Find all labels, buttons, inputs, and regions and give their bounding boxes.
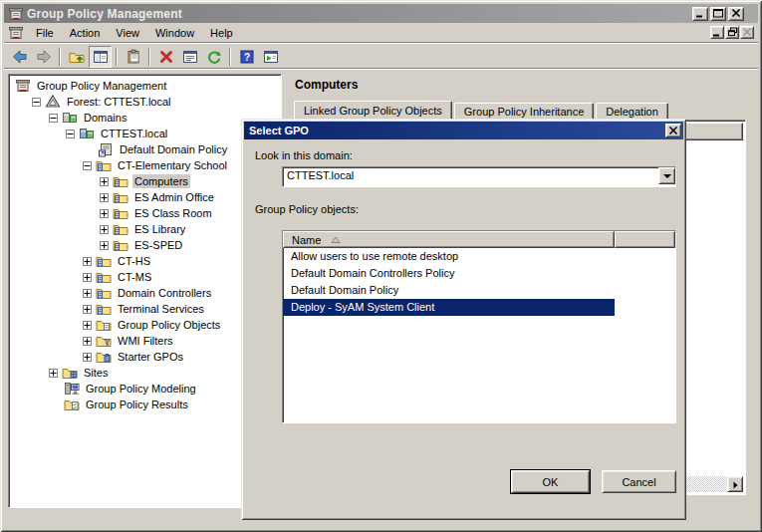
tree-expander-expand-icon[interactable] xyxy=(100,177,109,186)
column-header-name[interactable]: Name xyxy=(283,231,615,248)
gpo-list-item-allow-users-to-use-remote-desktop[interactable]: Allow users to use remote desktop xyxy=(283,248,615,265)
delete-icon xyxy=(158,49,174,65)
console-menu-icon xyxy=(8,25,24,41)
tree-expander-expand-icon[interactable] xyxy=(83,289,92,298)
tree-item-label: Group Policy Objects xyxy=(116,318,222,332)
menu-action[interactable]: Action xyxy=(62,24,109,43)
child-minimize-icon xyxy=(711,25,723,40)
minimize-button[interactable] xyxy=(692,7,708,21)
menu-help[interactable]: Help xyxy=(202,24,241,43)
tree-expander-collapse-icon[interactable] xyxy=(49,114,58,123)
wmi-icon xyxy=(96,333,112,349)
child-close-button[interactable] xyxy=(740,26,754,39)
tree-expander-collapse-icon[interactable] xyxy=(32,98,41,107)
tree-expander-collapse-icon[interactable] xyxy=(83,161,92,170)
column-header-blank[interactable] xyxy=(615,231,675,248)
svg-text:?: ? xyxy=(243,52,249,63)
ou-icon xyxy=(96,301,112,317)
ou-icon xyxy=(113,173,128,189)
window-title: Group Policy Management xyxy=(27,7,689,21)
paste-button[interactable] xyxy=(122,46,144,68)
menu-view[interactable]: View xyxy=(108,24,147,43)
domain-combobox[interactable]: CTTEST.local xyxy=(282,166,676,187)
show-console-tree-button[interactable] xyxy=(89,46,112,68)
tree-item-forest-cttest-local[interactable]: Forest: CTTEST.local xyxy=(9,94,281,110)
ou-icon xyxy=(113,205,128,221)
close-button[interactable] xyxy=(728,7,744,21)
tree-expander-collapse-icon[interactable] xyxy=(66,130,75,138)
menu-window[interactable]: Window xyxy=(147,24,202,43)
scroll-right-button[interactable] xyxy=(727,476,743,492)
tree-expander-expand-icon[interactable] xyxy=(100,193,109,202)
ou-icon xyxy=(113,237,128,253)
forward-button[interactable] xyxy=(32,46,55,68)
forest-icon xyxy=(45,94,61,110)
help-button[interactable]: ? xyxy=(235,46,258,68)
child-restore-button[interactable] xyxy=(725,26,739,39)
tree-item-label: ES Library xyxy=(132,222,187,236)
chevron-down-icon xyxy=(663,174,671,182)
tab-linked-group-policy-objects[interactable]: Linked Group Policy Objects xyxy=(294,101,452,120)
domain-combobox-value: CTTEST.local xyxy=(283,167,675,183)
tree-expander-expand-icon[interactable] xyxy=(49,369,58,378)
sort-ascending-icon xyxy=(331,234,341,246)
paste-icon xyxy=(126,49,141,65)
tree-expander-expand-icon[interactable] xyxy=(83,257,92,266)
tree-item-label: Group Policy Results xyxy=(84,398,190,411)
starter-icon xyxy=(96,349,112,365)
tree-item-label: CT-Elementary School xyxy=(116,158,229,172)
delete-button[interactable] xyxy=(154,46,177,68)
toolbar-separator xyxy=(148,48,150,66)
tree-item-label: WMI Filters xyxy=(116,334,175,348)
ok-button[interactable]: OK xyxy=(511,470,590,493)
tree-expander-expand-icon[interactable] xyxy=(83,321,92,330)
cancel-button[interactable]: Cancel xyxy=(602,470,676,493)
domains-icon xyxy=(62,110,78,126)
tree-item-group-policy-management[interactable]: Group Policy Management xyxy=(9,78,281,94)
gpo-objects-label: Group Policy objects: xyxy=(255,203,359,215)
gpo-list-item-default-domain-controllers-policy[interactable]: Default Domain Controllers Policy xyxy=(283,265,615,282)
tab-delegation[interactable]: Delegation xyxy=(596,103,668,120)
menu-file[interactable]: File xyxy=(28,24,62,43)
gpo-list-item-default-domain-policy[interactable]: Default Domain Policy xyxy=(283,282,615,299)
tree-expander-expand-icon[interactable] xyxy=(83,337,92,346)
domain-dropdown-button[interactable] xyxy=(658,167,675,184)
dialog-titlebar: Select GPO xyxy=(244,122,683,139)
group-policy-management-window: Group Policy Management FileActionViewWi… xyxy=(0,0,762,532)
gpmc-icon xyxy=(15,78,31,94)
tree-item-label: CTTEST.local xyxy=(99,127,169,140)
tree-item-label: ES Admin Office xyxy=(132,190,216,204)
child-minimize-button[interactable] xyxy=(710,26,724,39)
new-window-icon xyxy=(263,49,279,65)
menubar: FileActionViewWindowHelp xyxy=(4,23,758,44)
tree-item-label: CT-HS xyxy=(116,254,152,268)
forward-icon xyxy=(36,49,52,65)
tree-expander-expand-icon[interactable] xyxy=(83,305,92,314)
maximize-button[interactable] xyxy=(710,7,726,21)
tree-expander-expand-icon[interactable] xyxy=(100,209,109,218)
results-icon xyxy=(64,397,80,412)
toolbar-separator xyxy=(229,48,231,66)
refresh-button[interactable] xyxy=(202,46,225,68)
window-titlebar: Group Policy Management xyxy=(4,4,758,23)
tree-expander-expand-icon[interactable] xyxy=(100,241,109,250)
pane-title: Computers xyxy=(295,78,358,92)
tab-group-policy-inheritance[interactable]: Group Policy Inheritance xyxy=(454,103,594,120)
minimize-icon xyxy=(694,6,706,21)
properties-button[interactable] xyxy=(178,46,201,68)
tree-expander-expand-icon[interactable] xyxy=(100,225,109,234)
back-icon xyxy=(12,49,28,65)
help-icon: ? xyxy=(239,49,255,65)
gpo-list-item-deploy-syam-system-client[interactable]: Deploy - SyAM System Client xyxy=(283,299,615,316)
console-workspace: Group Policy ManagementForest: CTTEST.lo… xyxy=(4,70,758,528)
new-window-button[interactable] xyxy=(259,46,282,68)
up-one-level-button[interactable] xyxy=(65,46,88,68)
ou-icon xyxy=(96,269,112,285)
back-button[interactable] xyxy=(8,46,31,68)
ou-icon xyxy=(113,189,128,205)
dialog-close-button[interactable] xyxy=(665,124,681,137)
tree-item-label: ES Class Room xyxy=(132,206,214,220)
tree-expander-expand-icon[interactable] xyxy=(83,353,92,362)
dialog-title: Select GPO xyxy=(249,125,665,136)
tree-expander-expand-icon[interactable] xyxy=(83,273,92,282)
